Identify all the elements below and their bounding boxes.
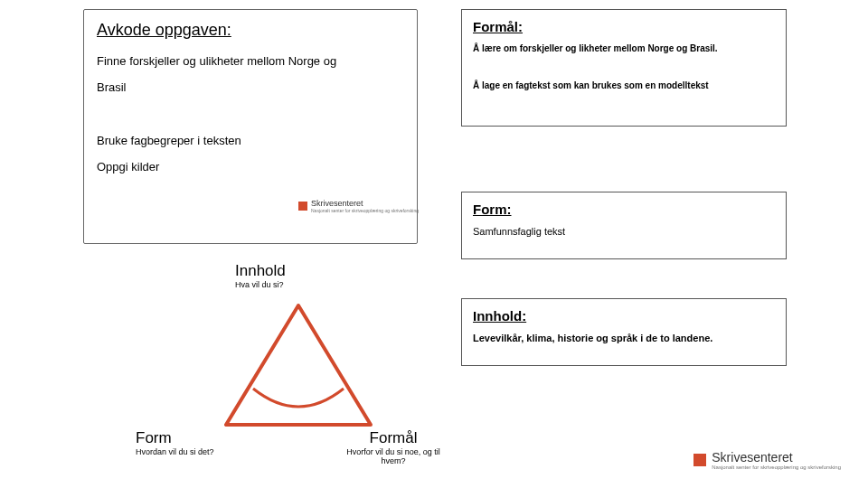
logo-square-icon	[298, 202, 307, 211]
triangle-bl-heading: Form	[136, 429, 253, 447]
formal-line: Å lage en fagtekst som kan brukes som en…	[473, 80, 775, 90]
triangle-br-sub: Hvorfor vil du si noe, og til hvem?	[335, 447, 452, 465]
formal-title: Formål:	[473, 19, 775, 34]
logo-subtext: Nasjonalt senter for skriveopplæring og …	[712, 465, 841, 470]
innhold-title: Innhold:	[473, 308, 775, 324]
triangle-bl-sub: Hvordan vil du si det?	[136, 447, 253, 456]
triangle-icon	[217, 298, 380, 434]
decode-line: Brasil	[97, 80, 404, 94]
triangle-br-heading: Formål	[335, 429, 452, 447]
decode-line: Finne forskjeller og ulikheter mellom No…	[97, 54, 404, 68]
innhold-box: Innhold: Levevilkår, klima, historie og …	[461, 298, 787, 366]
triangle-top-label: Innhold Hva vil du si?	[235, 262, 286, 289]
formal-line: Å lære om forskjeller og likheter mellom…	[473, 43, 775, 53]
triangle-bottom-left-label: Form Hvordan vil du si det?	[136, 429, 253, 456]
decode-title: Avkode oppgaven:	[97, 21, 404, 40]
skrivesenteret-logo: Skrivesenteret Nasjonalt senter for skri…	[693, 450, 841, 470]
form-box: Form: Samfunnsfaglig tekst	[461, 192, 787, 259]
triangle-top-sub: Hva vil du si?	[235, 280, 286, 289]
form-body: Samfunnsfaglig tekst	[473, 226, 775, 237]
formal-box: Formål: Å lære om forskjeller og likhete…	[461, 9, 787, 127]
logo-text: Skrivesenteret	[712, 450, 841, 465]
form-title: Form:	[473, 202, 775, 217]
writing-triangle: Innhold Hva vil du si? Form Hvordan vil …	[181, 262, 416, 470]
triangle-top-heading: Innhold	[235, 262, 286, 280]
decode-line: Oppgi kilder	[97, 160, 404, 174]
logo-subtext: Nasjonalt senter for skriveopplæring og …	[311, 208, 419, 213]
logo-text: Skrivesenteret	[311, 199, 419, 208]
skrivesenteret-logo-small: Skrivesenteret Nasjonalt senter for skri…	[298, 199, 419, 213]
decode-line: Bruke fagbegreper i teksten	[97, 134, 404, 147]
logo-square-icon	[693, 454, 706, 466]
innhold-body: Levevilkår, klima, historie og språk i d…	[473, 333, 775, 343]
triangle-bottom-right-label: Formål Hvorfor vil du si noe, og til hve…	[335, 429, 452, 465]
